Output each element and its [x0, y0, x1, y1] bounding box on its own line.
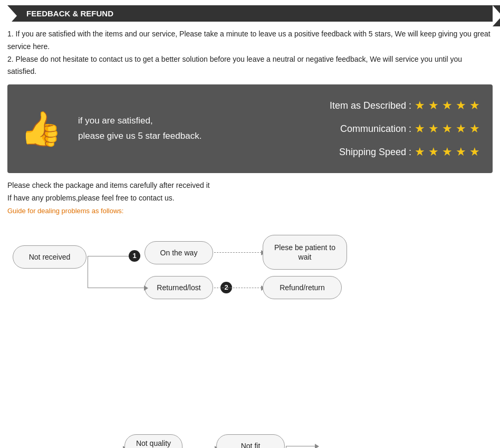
banner-text: if you are satisfied, please give us 5 s…	[78, 113, 201, 144]
star8: ★	[442, 117, 453, 140]
box-not-received: Not received	[13, 245, 86, 269]
feedback-banner: 👍 if you are satisfied, please give us 5…	[7, 84, 493, 173]
intro-section: 1. If you are satisfied with the items a…	[7, 28, 493, 78]
thumbs-up-icon: 👍	[20, 112, 62, 146]
star14: ★	[456, 140, 466, 164]
star9: ★	[456, 117, 466, 140]
rating-label-3: Shipping Speed :	[316, 142, 411, 161]
rating-row-shipping: Shipping Speed : ★ ★ ★ ★ ★	[316, 140, 480, 164]
page-header: FEEDBACK & REFUND	[7, 5, 493, 22]
star10: ★	[469, 117, 480, 140]
banner-line1: if you are satisfied,	[78, 113, 201, 129]
star-ratings: Item as Described : ★ ★ ★ ★ ★ Communicat…	[316, 94, 480, 164]
banner-line2: please give us 5 star feedback.	[78, 129, 201, 144]
guide-label: Guide for dealing problems as follows:	[7, 207, 493, 215]
arrow-nr-down-right	[88, 288, 145, 288]
flowchart-received: Received 3 Not quality problem Quality p…	[7, 410, 493, 448]
check-line2: If have any problems,please feel free to…	[7, 192, 493, 205]
star6: ★	[415, 117, 425, 140]
star4: ★	[456, 94, 466, 117]
check-line1: Please check the package and items caref…	[7, 179, 493, 192]
rating-row-communication: Communication : ★ ★ ★ ★ ★	[316, 117, 480, 140]
star7: ★	[428, 117, 439, 140]
star15: ★	[469, 140, 480, 164]
box-returned-lost: Returned/lost	[145, 276, 213, 299]
flowchart-not-received: Not received 1 On the way Plese be patie…	[7, 220, 493, 399]
arrow-nf-down	[286, 446, 286, 448]
box-not-fit: Not fit	[216, 434, 285, 448]
header-title: FEEDBACK & REFUND	[16, 9, 113, 18]
box-refund-return: Refund/return	[263, 276, 342, 299]
arrow-onway-right	[214, 252, 262, 253]
rating-row-described: Item as Described : ★ ★ ★ ★ ★	[316, 94, 480, 117]
arrow-returned-right	[214, 288, 262, 288]
star13: ★	[442, 140, 453, 164]
circle-1: 1	[129, 250, 140, 262]
box-on-the-way: On the way	[145, 241, 213, 264]
star3: ★	[442, 94, 453, 117]
intro-line1: 1. If you are satisfied with the items a…	[7, 28, 493, 53]
arrow-nr-right	[88, 256, 130, 256]
box-please-wait: Plese be patient to wait	[263, 235, 347, 270]
check-section: Please check the package and items caref…	[7, 179, 493, 205]
rating-label-1: Item as Described :	[316, 96, 411, 115]
star2: ★	[428, 94, 439, 117]
arrow-nf-right	[286, 446, 315, 446]
arrow-nr-down	[88, 256, 88, 288]
rating-label-2: Communication :	[316, 119, 411, 138]
star1: ★	[415, 94, 425, 117]
box-not-quality: Not quality problem	[124, 434, 182, 448]
star12: ★	[428, 140, 439, 164]
star5: ★	[469, 94, 480, 117]
intro-line2: 2. Please do not hesitate to contact us …	[7, 53, 493, 79]
star11: ★	[415, 140, 425, 164]
